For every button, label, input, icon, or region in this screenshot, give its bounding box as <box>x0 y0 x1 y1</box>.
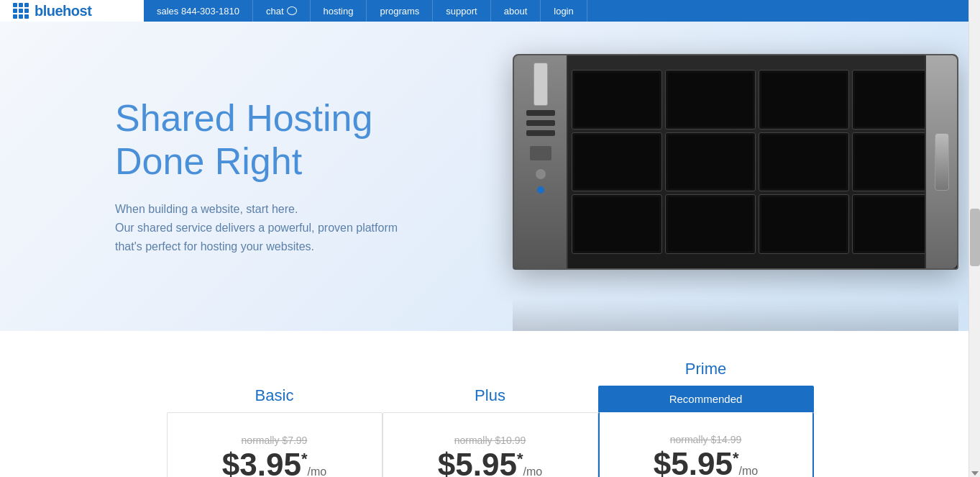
server-reflection <box>513 299 958 331</box>
drive-bay <box>665 194 756 254</box>
logo-text: bluehost <box>35 3 91 19</box>
drive-bay <box>665 132 756 192</box>
plan-plus-card: normally $10.99 $5.95*/mo <box>383 412 598 477</box>
scrollbar-arrow-down-icon[interactable] <box>971 471 979 476</box>
nav-item-about[interactable]: about <box>491 0 541 22</box>
server-vent <box>526 120 555 126</box>
server-right-handle <box>925 55 957 268</box>
recommended-badge: Recommended <box>598 386 814 412</box>
hero-content: Shared Hosting Done Right When building … <box>115 97 398 255</box>
server-drives-grid <box>514 55 957 268</box>
chat-bubble-icon <box>287 6 297 15</box>
hero-title: Shared Hosting Done Right <box>115 97 398 183</box>
drive-bay <box>572 132 662 192</box>
logo-grid-icon <box>13 3 29 19</box>
drive-bay <box>759 194 849 254</box>
nav-item-chat[interactable]: chat <box>253 0 311 22</box>
plan-plus-label: Plus <box>475 386 505 405</box>
plan-basic-label: Basic <box>255 386 294 405</box>
plan-plus-wrapper: Plus normally $10.99 $5.95*/mo <box>383 386 598 477</box>
plan-basic-card: normally $7.99 $3.95*/mo <box>167 412 383 477</box>
drive-bay <box>572 70 662 130</box>
nav-item-hosting[interactable]: hosting <box>311 0 367 22</box>
nav-item-sales[interactable]: sales 844-303-1810 <box>144 0 253 22</box>
server-vent <box>526 110 555 116</box>
server-left-panel <box>514 55 568 268</box>
server-box <box>513 54 958 270</box>
server-vent <box>526 130 555 136</box>
drive-bay <box>759 132 849 192</box>
drive-bay <box>759 70 849 130</box>
plan-prime-wrapper: Prime Recommended normally $14.99 $5.95*… <box>598 360 814 477</box>
server-handle <box>533 63 548 106</box>
plan-prime-label: Prime <box>685 360 726 378</box>
plan-plus-normal-price: normally $10.99 <box>398 435 583 446</box>
nav-item-programs[interactable]: programs <box>367 0 433 22</box>
plan-basic-price: $3.95*/mo <box>182 449 367 477</box>
plan-prime-price: $5.95*/mo <box>614 448 798 477</box>
nav-item-login[interactable]: login <box>541 0 587 22</box>
scrollbar-thumb[interactable] <box>970 209 980 266</box>
hero-description: When building a website, start here. Our… <box>115 200 398 255</box>
page-scrollbar[interactable] <box>968 0 980 477</box>
nav-items: sales 844-303-1810 chat hosting programs… <box>144 0 980 22</box>
plan-prime-normal-price: normally $14.99 <box>614 434 798 445</box>
nav-item-support[interactable]: support <box>433 0 490 22</box>
plan-plus-price: $5.95*/mo <box>398 449 583 477</box>
plan-prime-card: normally $14.99 $5.95*/mo <box>598 412 814 477</box>
drive-bay <box>665 70 756 130</box>
drive-bay <box>572 194 662 254</box>
logo-area[interactable]: bluehost <box>0 0 144 22</box>
server-image <box>513 54 980 299</box>
plan-basic-wrapper: Basic normally $7.99 $3.95*/mo <box>167 386 383 477</box>
pricing-cards-row: Basic normally $7.99 $3.95*/mo Plus norm… <box>167 360 814 477</box>
nav-bar: bluehost sales 844-303-1810 chat hosting… <box>0 0 980 22</box>
hero-section: Shared Hosting Done Right When building … <box>0 22 980 331</box>
pricing-section: Basic normally $7.99 $3.95*/mo Plus norm… <box>0 331 980 477</box>
plan-basic-normal-price: normally $7.99 <box>182 435 367 446</box>
